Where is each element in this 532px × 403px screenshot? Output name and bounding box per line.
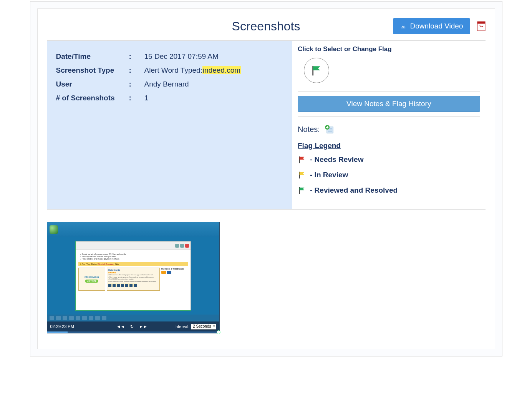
browser-window: A wide variety of games across PC, Mac a… bbox=[76, 241, 191, 310]
taskbar-icon bbox=[56, 316, 61, 320]
stars-icon: ★★★★★ bbox=[108, 271, 159, 274]
max-icon bbox=[180, 244, 184, 248]
details-panel: Date/Time : 15 Dec 2017 07:59 AM Screens… bbox=[47, 41, 293, 209]
legend-text: - Needs Review bbox=[310, 155, 363, 164]
pdf-icon[interactable] bbox=[477, 21, 486, 31]
site-mid-box: SlotoMania ★★★★★ ✓ Slotomania is the mos… bbox=[107, 268, 160, 291]
playback-buttons: ◄◄ ↻ ►► bbox=[116, 324, 148, 329]
colon: : bbox=[129, 66, 144, 75]
add-note-icon[interactable] bbox=[325, 125, 334, 134]
colon: : bbox=[129, 80, 144, 88]
site-logo-box: Slotomania VISIT SITE bbox=[78, 268, 105, 291]
taskbar-icon bbox=[89, 316, 93, 320]
outer-frame: Screenshots Download Video Date/Time : 1… bbox=[30, 1, 502, 356]
taskbar-icon bbox=[50, 316, 54, 320]
current-flag-button[interactable] bbox=[304, 58, 329, 83]
svg-rect-1 bbox=[477, 22, 485, 24]
interval-control: Interval: 2 Seconds bbox=[174, 324, 216, 330]
thumb-controls: 02:29:23 PM ◄◄ ↻ ►► Interval: 2 Seconds bbox=[47, 321, 219, 331]
top-rated-bar: 1 Our Top Rated Social Gaming Site bbox=[78, 262, 188, 266]
taskbar-icon bbox=[82, 316, 87, 320]
browser-body: A wide variety of games across PC, Mac a… bbox=[76, 250, 191, 310]
row-datetime: Date/Time : 15 Dec 2017 07:59 AM bbox=[56, 52, 283, 61]
divider bbox=[298, 117, 480, 117]
playback-time: 02:29:23 PM bbox=[50, 324, 74, 329]
browser-chrome bbox=[76, 241, 191, 250]
rewind-icon[interactable]: ◄◄ bbox=[116, 324, 125, 329]
inner-frame: Screenshots Download Video Date/Time : 1… bbox=[37, 8, 495, 349]
taskbar-icon bbox=[63, 316, 67, 320]
site-bullet: Fast, reliable, and trusted payment meth… bbox=[80, 258, 188, 260]
interval-value: 2 Seconds bbox=[193, 324, 211, 328]
header-row: Screenshots Download Video bbox=[47, 18, 486, 34]
site-logo-text: Slotomania bbox=[85, 276, 99, 278]
taskbar-icon bbox=[76, 316, 80, 320]
min-icon bbox=[175, 244, 179, 248]
thumb-desktop: A wide variety of games across PC, Mac a… bbox=[47, 237, 219, 315]
tr-suffix: Site bbox=[114, 263, 119, 265]
notes-label: Notes: bbox=[298, 125, 320, 134]
game-strip bbox=[108, 283, 159, 287]
legend-list: - Needs Review - In Review - Reviewed an… bbox=[298, 155, 480, 195]
tr-social: Social Gaming bbox=[98, 263, 114, 265]
type-alert-word: indeed.com bbox=[202, 66, 241, 74]
interval-select[interactable]: 2 Seconds bbox=[191, 324, 216, 330]
flag-icon bbox=[310, 64, 323, 77]
interval-label: Interval: bbox=[174, 324, 189, 329]
value-datetime: 15 Dec 2017 07:59 AM bbox=[144, 52, 283, 61]
legend-text: - Reviewed and Resolved bbox=[310, 186, 398, 195]
thumb-progress[interactable] bbox=[47, 331, 219, 333]
colon: : bbox=[129, 52, 144, 61]
close-icon bbox=[185, 244, 189, 248]
label-user: User bbox=[56, 80, 129, 88]
pay-cards bbox=[161, 271, 188, 274]
value-count: 1 bbox=[144, 94, 283, 102]
download-video-label: Download Video bbox=[410, 22, 463, 30]
download-video-button[interactable]: Download Video bbox=[393, 18, 470, 34]
colon: : bbox=[129, 94, 144, 102]
view-history-button[interactable]: View Notes & Flag History bbox=[298, 96, 480, 112]
divider bbox=[298, 92, 480, 92]
flag-prompt: Click to Select or Change Flag bbox=[298, 45, 480, 53]
payments-title: Payments & Withdrawals bbox=[161, 268, 188, 270]
label-count: # of Screenshots bbox=[56, 94, 129, 102]
taskbar-icon bbox=[95, 316, 100, 320]
flag-icon bbox=[298, 155, 306, 164]
legend-title: Flag Legend bbox=[298, 142, 480, 150]
taskbar-icon bbox=[102, 316, 106, 320]
app-orb-icon bbox=[50, 225, 58, 234]
flag-icon bbox=[298, 186, 306, 195]
legend-item: - Reviewed and Resolved bbox=[298, 186, 480, 195]
label-datetime: Date/Time bbox=[56, 52, 129, 61]
thumbnails-area: A wide variety of games across PC, Mac a… bbox=[47, 222, 486, 333]
payments-box: Payments & Withdrawals bbox=[161, 268, 188, 291]
row-user: User : Andy Bernard bbox=[56, 80, 283, 88]
forward-icon[interactable]: ►► bbox=[139, 324, 148, 329]
row-count: # of Screenshots : 1 bbox=[56, 94, 283, 102]
label-type: Screenshot Type bbox=[56, 66, 129, 75]
notes-row: Notes: bbox=[298, 125, 480, 134]
flag-icon bbox=[298, 171, 306, 179]
tr-prefix: Our Top Rated bbox=[82, 263, 98, 265]
download-icon bbox=[400, 23, 407, 30]
legend-text: - In Review bbox=[310, 171, 348, 179]
panels: Date/Time : 15 Dec 2017 07:59 AM Screens… bbox=[47, 41, 486, 210]
thumb-titlebar bbox=[47, 222, 219, 237]
visit-site-pill: VISIT SITE bbox=[85, 280, 98, 283]
thumb-taskbar bbox=[47, 315, 219, 321]
value-type: Alert Word Typed:indeed.com bbox=[144, 66, 283, 75]
reload-icon[interactable]: ↻ bbox=[130, 324, 134, 329]
value-user: Andy Bernard bbox=[144, 80, 283, 88]
type-prefix: Alert Word Typed: bbox=[144, 66, 202, 74]
site-feature: ✓ Slotomania is the most popular free sl… bbox=[108, 274, 159, 276]
site-features: ✓ Slotomania is the most popular free sl… bbox=[108, 274, 159, 282]
legend-item: - In Review bbox=[298, 171, 480, 179]
site-bullets: A wide variety of games across PC, Mac a… bbox=[80, 253, 188, 260]
card-row: Slotomania VISIT SITE SlotoMania ★★★★★ ✓… bbox=[78, 268, 188, 291]
site-feature: ✓ Play hundreds of the best slot games a… bbox=[108, 280, 159, 283]
taskbar-icon bbox=[69, 316, 74, 320]
flag-panel: Click to Select or Change Flag View Note… bbox=[292, 41, 485, 209]
screenshot-thumbnail[interactable]: A wide variety of games across PC, Mac a… bbox=[47, 222, 220, 333]
page-title: Screenshots bbox=[232, 19, 300, 33]
legend-item: - Needs Review bbox=[298, 155, 480, 164]
